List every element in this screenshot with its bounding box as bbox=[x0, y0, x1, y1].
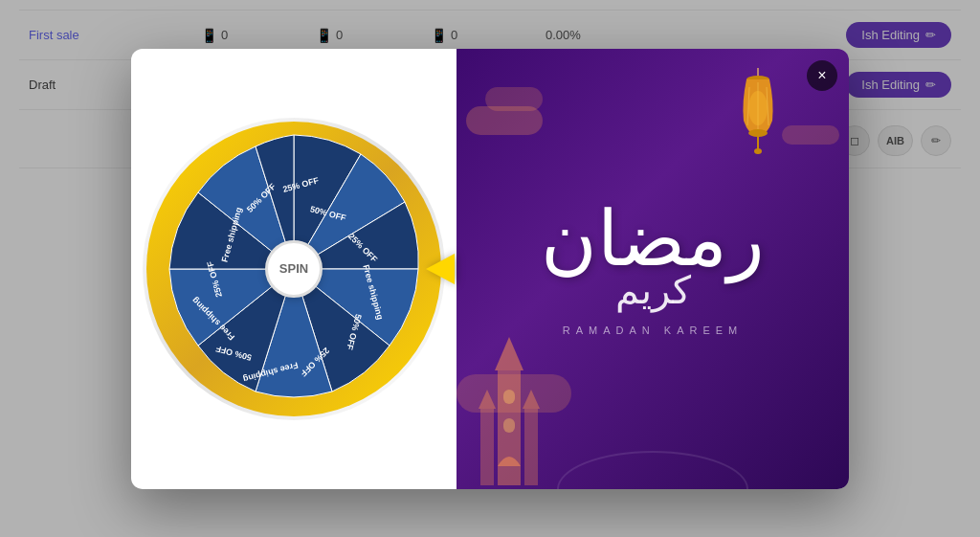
ramadan-tagline: RAMADAN KAREEM bbox=[541, 324, 765, 336]
cloud-2 bbox=[485, 87, 543, 111]
modal-overlay[interactable]: × bbox=[0, 0, 980, 537]
wheel-container: 50% OFF 25% OFF Free shipping 50% OFF 25… bbox=[150, 125, 437, 413]
lantern-svg bbox=[734, 68, 782, 154]
svg-rect-24 bbox=[480, 409, 494, 485]
tower-svg bbox=[471, 332, 547, 485]
tower-container bbox=[471, 332, 547, 489]
svg-point-18 bbox=[748, 129, 768, 137]
svg-point-20 bbox=[754, 148, 762, 154]
close-icon: × bbox=[817, 67, 826, 84]
spin-label: SPIN bbox=[279, 261, 308, 276]
modal: × bbox=[131, 49, 849, 489]
close-button[interactable]: × bbox=[807, 60, 837, 91]
spin-center[interactable]: SPIN bbox=[265, 240, 323, 298]
lantern-container bbox=[734, 68, 782, 158]
ramadan-content: رمضان كريم RAMADAN KAREEM bbox=[541, 201, 765, 336]
ramadan-background: رمضان كريم RAMADAN KAREEM bbox=[457, 49, 849, 489]
bottom-circle bbox=[557, 451, 748, 489]
wheel-pointer bbox=[426, 254, 455, 284]
svg-rect-25 bbox=[524, 409, 538, 485]
svg-rect-23 bbox=[503, 418, 515, 433]
arabic-calligraphy: رمضان bbox=[541, 201, 765, 278]
svg-rect-22 bbox=[503, 390, 515, 404]
cloud-4 bbox=[782, 125, 839, 145]
wheel-area: 50% OFF 25% OFF Free shipping 50% OFF 25… bbox=[131, 49, 457, 489]
svg-point-17 bbox=[748, 91, 768, 125]
